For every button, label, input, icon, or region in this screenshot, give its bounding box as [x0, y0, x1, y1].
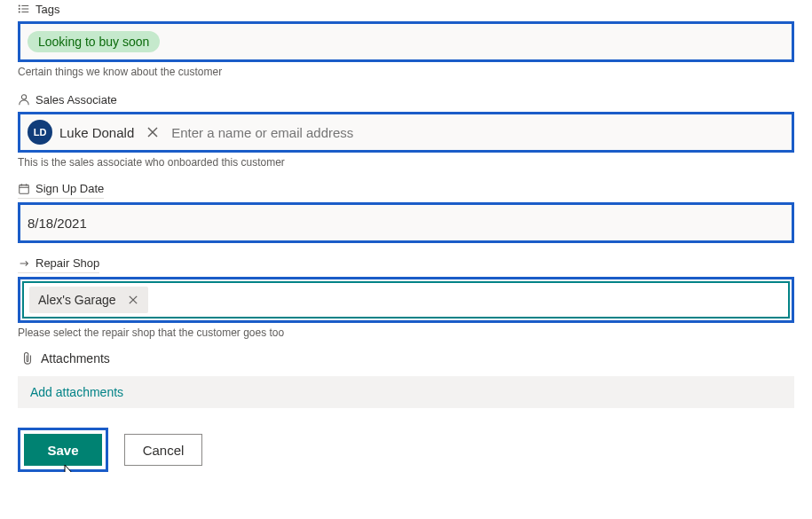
repair-shop-field[interactable]: Alex's Garage — [22, 281, 790, 318]
repair-shop-chip-text: Alex's Garage — [38, 293, 116, 307]
sales-associate-description: This is the sales associate who onboarde… — [18, 156, 794, 169]
repair-shop-label-row: Repair Shop — [18, 256, 99, 273]
tag-pill[interactable]: Looking to buy soon — [28, 31, 160, 52]
sales-associate-field[interactable]: LD Luke Donald — [18, 112, 794, 153]
persona-initials: LD — [28, 120, 52, 145]
repair-shop-chip: Alex's Garage — [29, 287, 148, 313]
repair-shop-field-outer: Alex's Garage — [18, 277, 794, 323]
signup-date-label-row: Sign Up Date — [18, 181, 104, 199]
tags-section: Tags Looking to buy soon Certain things … — [18, 0, 794, 78]
svg-point-9 — [21, 95, 26, 99]
attachments-label: Attachments — [41, 351, 110, 366]
signup-date-value: 8/18/2021 — [28, 214, 87, 232]
remove-person-button[interactable] — [143, 122, 162, 142]
tags-icon — [18, 3, 30, 15]
tags-label-row: Tags — [18, 0, 794, 18]
close-icon — [147, 127, 158, 138]
person-icon — [18, 93, 30, 106]
svg-rect-12 — [20, 185, 29, 193]
repair-shop-description: Please select the repair shop that the c… — [18, 326, 794, 339]
attachments-field: Add attachments — [18, 376, 794, 408]
close-icon — [129, 295, 138, 304]
tags-label: Tags — [35, 3, 59, 16]
svg-point-7 — [19, 8, 20, 9]
tags-field[interactable]: Looking to buy soon — [18, 21, 794, 62]
attachments-section: Attachments Add attachments — [18, 351, 794, 408]
persona-name: Luke Donald — [59, 125, 134, 140]
sales-associate-label-row: Sales Associate — [18, 90, 794, 108]
tag-pill-text: Looking to buy soon — [38, 35, 149, 49]
signup-date-label: Sign Up Date — [35, 182, 104, 195]
tags-description: Certain things we know about the custome… — [18, 66, 794, 78]
signup-date-field[interactable]: 8/18/2021 — [18, 202, 794, 243]
paperclip-icon — [21, 351, 34, 366]
persona-chip: LD Luke Donald — [28, 120, 134, 145]
add-attachments-button[interactable]: Add attachments — [30, 385, 123, 399]
repair-shop-label: Repair Shop — [35, 256, 99, 270]
calendar-icon — [18, 183, 30, 195]
sales-associate-section: Sales Associate LD Luke Donald This is t… — [18, 90, 794, 169]
attachments-label-row: Attachments — [18, 351, 794, 366]
sales-associate-input[interactable] — [171, 125, 784, 140]
svg-point-6 — [19, 5, 20, 6]
sales-associate-label: Sales Associate — [35, 93, 117, 106]
signup-date-section: Sign Up Date 8/18/2021 — [18, 181, 794, 243]
repair-shop-section: Repair Shop Alex's Garage Please select … — [18, 256, 794, 339]
remove-repair-shop-button[interactable] — [123, 290, 143, 310]
svg-point-8 — [19, 12, 20, 12]
save-button-highlight: Save — [18, 428, 108, 472]
arrow-right-icon — [18, 257, 30, 270]
button-row: Save Cancel — [18, 428, 794, 472]
save-button[interactable]: Save — [24, 434, 102, 466]
cancel-button[interactable]: Cancel — [124, 434, 202, 466]
